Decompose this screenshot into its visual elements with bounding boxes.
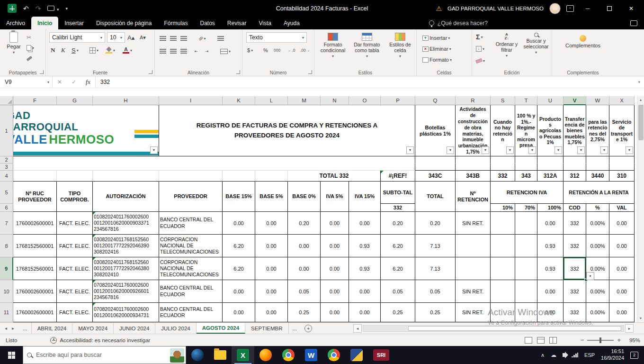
grid-cell[interactable] xyxy=(223,171,255,182)
grid-cell[interactable]: CORPORACION NACIONAL DE TELECOMUNICACION… xyxy=(159,257,223,280)
grid-cell[interactable] xyxy=(491,164,515,171)
grid-cell[interactable]: 7.13 xyxy=(415,235,456,257)
cloud-icon[interactable]: ☁ xyxy=(551,352,556,358)
tab-inicio[interactable]: Inicio xyxy=(31,17,58,29)
grid-cell[interactable]: 6.20 xyxy=(223,257,255,280)
font-size-combo[interactable]: 10▾ xyxy=(107,32,125,43)
tab-revisar[interactable]: Revisar xyxy=(221,17,253,29)
grid-cell[interactable]: 0.00 xyxy=(223,280,255,303)
col-header-H[interactable]: H xyxy=(93,96,159,105)
grid-cell[interactable]: 0.00 xyxy=(321,235,349,257)
col-header-F[interactable]: F xyxy=(13,96,57,105)
grid-cell[interactable]: 343 xyxy=(515,171,537,182)
grid-cell[interactable] xyxy=(93,171,159,182)
grid-cell[interactable]: 332 xyxy=(564,212,586,235)
avatar[interactable] xyxy=(549,3,561,14)
grid-cell[interactable]: 6.20 xyxy=(381,235,415,257)
grid-cell[interactable]: 0.00 xyxy=(609,303,635,322)
filter-dropdown-icon[interactable]: ▾ xyxy=(447,146,454,154)
volume-icon[interactable] xyxy=(563,353,565,357)
align-top-button[interactable] xyxy=(160,33,166,44)
grid-cell[interactable]: 332 xyxy=(564,235,586,257)
increase-decimal-button[interactable]: ←.0 xyxy=(288,45,295,55)
grid-cell[interactable] xyxy=(13,171,57,182)
grid-cell[interactable]: 0.05 xyxy=(381,280,415,303)
font-color-button[interactable]: A▾ xyxy=(123,45,132,55)
grid-cell[interactable]: 1768152560001 xyxy=(13,235,57,257)
taskbar-icon-edge[interactable] xyxy=(186,346,209,364)
grid-cell[interactable]: 0.00 xyxy=(255,303,288,322)
scroll-down-icon[interactable]: ▼ xyxy=(637,315,644,322)
header-autorizacion[interactable]: AUTORIZACIÓN xyxy=(93,182,159,212)
select-all-corner[interactable] xyxy=(0,96,13,105)
insert-cells-button[interactable]: Insertar▾ xyxy=(422,33,450,43)
grid-cell[interactable] xyxy=(609,164,635,171)
grid-cell[interactable] xyxy=(491,235,515,257)
grid-cell[interactable]: 0.93 xyxy=(349,235,381,257)
sheet-tab-junio[interactable]: JUNIO 2024 xyxy=(114,323,155,334)
sheet-tab-mayo[interactable]: MAYO 2024 xyxy=(72,323,114,334)
row-header-10[interactable]: 10 xyxy=(0,280,13,303)
taskbar-icon-excel[interactable]: X xyxy=(232,346,254,364)
grid-cell[interactable]: 07082024011760002600 0012001062000092660… xyxy=(93,280,159,303)
grid-cell[interactable]: 0.20 xyxy=(415,212,456,235)
grid-cell[interactable]: 0.20 xyxy=(288,212,321,235)
grid-cell[interactable]: 0.00 xyxy=(255,280,288,303)
copy-button[interactable]: ▾ xyxy=(27,43,34,53)
row-header-5[interactable]: 5 xyxy=(0,182,13,204)
filter-dropdown-icon[interactable]: ▾ xyxy=(406,146,414,154)
grid-cell[interactable]: 0.00 xyxy=(321,303,349,322)
account-name[interactable]: GAD PARROQUIAL VALLE HERMOSO xyxy=(447,6,544,11)
grid-cell[interactable]: 0.00 xyxy=(288,235,321,257)
filter-dropdown-icon[interactable]: ▾ xyxy=(555,146,562,154)
header-iva-70[interactable]: 70% xyxy=(515,204,537,212)
header-botellas-plasticas[interactable]: Botellas plásticas 1%▾ xyxy=(415,105,456,156)
sheet-overflow-right[interactable]: ... xyxy=(289,323,301,334)
grid-cell[interactable] xyxy=(456,164,491,171)
accounting-format-button[interactable]: $▾ xyxy=(247,45,253,55)
maximize-button[interactable] xyxy=(601,0,617,17)
grid-cell[interactable]: 0.00 xyxy=(609,257,635,280)
scroll-up-icon[interactable]: ▲ xyxy=(637,96,644,104)
grid-cell[interactable]: 0.00 xyxy=(321,280,349,303)
header-subtotal[interactable]: SUBTO-TAL xyxy=(381,182,415,204)
vertical-scroll-thumb[interactable] xyxy=(638,105,644,140)
grid-cell[interactable]: 01082024011760002600 0012001062000090337… xyxy=(93,212,159,235)
merge-center-button[interactable]: ▾ xyxy=(220,46,231,56)
start-button[interactable] xyxy=(0,346,23,364)
grid-cell[interactable] xyxy=(456,235,491,257)
filter-dropdown-icon[interactable]: ▾ xyxy=(600,146,608,154)
grid-cell[interactable] xyxy=(609,156,635,164)
grid-cell[interactable]: 0.25 xyxy=(381,303,415,322)
borders-button[interactable]: ▾ xyxy=(89,45,98,55)
grid-cell[interactable]: 0.00% xyxy=(586,280,609,303)
col-header-G[interactable]: G xyxy=(57,96,93,105)
filter-dropdown-icon[interactable]: ▾ xyxy=(150,146,158,154)
col-header-N[interactable]: N xyxy=(321,96,349,105)
search-highlight-image[interactable] xyxy=(170,348,184,363)
grid-cell[interactable]: 0.00 xyxy=(321,257,349,280)
grid-cell[interactable]: 7.13 xyxy=(415,257,456,280)
grid-cell[interactable]: 0.00 xyxy=(609,280,635,303)
grid-cell[interactable] xyxy=(491,156,515,164)
report-title-cell[interactable]: REGISTRO DE FACTURAS DE COMPRA Y RETENCI… xyxy=(159,105,415,156)
customize-qat-caret-icon[interactable]: ▾ xyxy=(65,6,68,11)
sheet-overflow-left[interactable]: ... xyxy=(19,323,32,334)
grid-cell[interactable] xyxy=(13,164,415,171)
grid-cell[interactable] xyxy=(564,164,586,171)
col-header-M[interactable]: M xyxy=(288,96,321,105)
header-transferencia-bienes[interactable]: Transferencia de bienes muebles 1,75%▾ xyxy=(564,105,586,156)
header-tipo[interactable]: TIPO COMPROB. xyxy=(57,182,93,212)
taskbar-icon-app[interactable] xyxy=(345,346,368,364)
grid-cell[interactable]: BANCO CENTRAL DEL ECUADOR xyxy=(159,303,223,322)
grid-cell[interactable]: SIN RET. xyxy=(456,303,491,322)
grid-cell[interactable] xyxy=(515,164,537,171)
row-header-7[interactable]: 7 xyxy=(0,212,13,235)
align-center-button[interactable] xyxy=(170,46,177,56)
grid-cell[interactable]: 03082024011768152560 0012001777229204639… xyxy=(93,235,159,257)
grid-cell[interactable]: 0.05 xyxy=(415,280,456,303)
accessibility-status[interactable]: Accesibilidad: es necesario investigar xyxy=(50,337,150,344)
grid-cell[interactable]: 0.00% xyxy=(586,235,609,257)
grid-cell[interactable] xyxy=(537,164,564,171)
taskbar-icon-chrome[interactable] xyxy=(277,346,300,364)
